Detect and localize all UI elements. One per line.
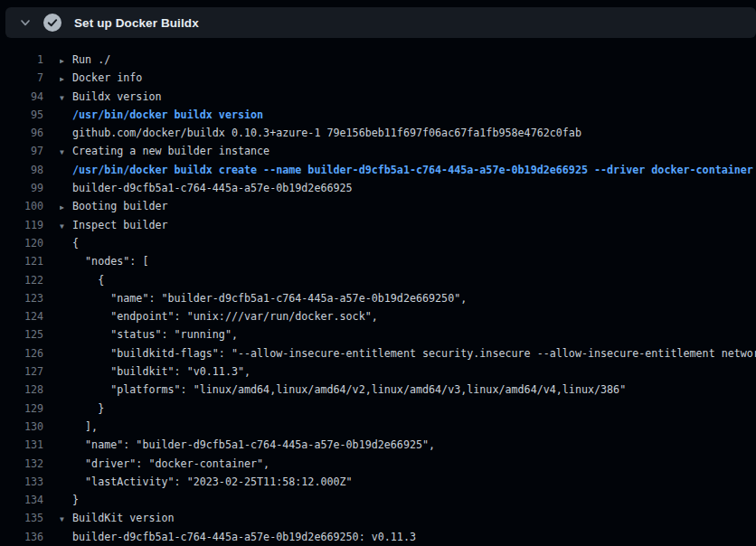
- log-output-text: "lastActivity": "2023-02-25T11:58:12.000…: [60, 473, 756, 491]
- log-output-text: builder-d9cfb5a1-c764-445a-a57e-0b19d2e6…: [60, 179, 756, 197]
- line-number[interactable]: 97: [0, 142, 43, 160]
- step-header[interactable]: Set up Docker Buildx: [5, 7, 756, 38]
- log-row: 135▼BuildKit version: [0, 509, 756, 527]
- log-command-text: /usr/bin/docker buildx create --name bui…: [60, 161, 756, 179]
- line-number[interactable]: 99: [0, 179, 43, 197]
- check-circle-icon: [43, 14, 61, 32]
- line-number[interactable]: 128: [0, 381, 43, 399]
- log-output-text: {: [60, 271, 756, 289]
- step-title: Set up Docker Buildx: [74, 16, 199, 30]
- log-group-title: BuildKit version: [72, 512, 175, 524]
- line-number[interactable]: 124: [0, 307, 43, 325]
- log-row: 133 "lastActivity": "2023-02-25T11:58:12…: [0, 473, 756, 491]
- triangle-right-icon[interactable]: ▶: [60, 52, 72, 71]
- log-output-text: "endpoint": "unix:///var/run/docker.sock…: [60, 307, 756, 325]
- log-group-title: Docker info: [72, 71, 142, 84]
- triangle-down-icon[interactable]: ▼: [60, 144, 72, 162]
- log-output-text: github.com/docker/buildx 0.10.3+azure-1 …: [60, 124, 756, 142]
- line-number[interactable]: 96: [0, 124, 43, 142]
- log-output-text: }: [60, 400, 756, 418]
- log-group-header[interactable]: ▶Run ./: [60, 51, 756, 71]
- log-row: 95/usr/bin/docker buildx version: [0, 106, 756, 124]
- log-group-title: Booting builder: [72, 200, 168, 212]
- line-number[interactable]: 123: [0, 289, 43, 307]
- triangle-down-icon[interactable]: ▼: [60, 218, 72, 236]
- log-row: 136builder-d9cfb5a1-c764-445a-a57e-0b19d…: [0, 528, 756, 546]
- log-group-title: Run ./: [72, 53, 110, 66]
- log-row: 119▼Inspect builder: [0, 216, 756, 234]
- log-row: 122 {: [0, 271, 756, 289]
- log-row: 124 "endpoint": "unix:///var/run/docker.…: [0, 307, 756, 325]
- line-number[interactable]: 120: [0, 234, 43, 252]
- log-output-text: "name": "builder-d9cfb5a1-c764-445a-a57e…: [60, 289, 756, 307]
- log-row: 134}: [0, 491, 756, 509]
- log-command-text: /usr/bin/docker buildx version: [60, 106, 756, 124]
- chevron-down-icon[interactable]: [18, 15, 33, 30]
- line-number[interactable]: 135: [0, 509, 43, 527]
- log-row: 131 "name": "builder-d9cfb5a1-c764-445a-…: [0, 436, 756, 454]
- log-group-title: Buildx version: [72, 90, 162, 103]
- line-number[interactable]: 130: [0, 418, 43, 436]
- log-row: 121 "nodes": [: [0, 252, 756, 270]
- log-row: 7▶Docker info: [0, 69, 756, 87]
- log-output-text: "buildkitd-flags": "--allow-insecure-ent…: [60, 344, 756, 362]
- log-row: 96github.com/docker/buildx 0.10.3+azure-…: [0, 124, 756, 142]
- line-number[interactable]: 119: [0, 216, 43, 234]
- triangle-right-icon[interactable]: ▶: [60, 199, 72, 217]
- log-output-text: ],: [60, 418, 756, 436]
- line-number[interactable]: 133: [0, 473, 43, 491]
- log-group-header[interactable]: ▼Buildx version: [60, 88, 756, 108]
- log-row: 1▶Run ./: [0, 51, 756, 69]
- line-number[interactable]: 98: [0, 161, 43, 179]
- line-number[interactable]: 134: [0, 491, 43, 509]
- line-number[interactable]: 100: [0, 197, 43, 215]
- log-row: 130 ],: [0, 418, 756, 436]
- log-row: 127 "buildkit": "v0.11.3",: [0, 362, 756, 381]
- log-row: 100▶Booting builder: [0, 197, 756, 215]
- log-row: 125 "status": "running",: [0, 325, 756, 344]
- line-number[interactable]: 125: [0, 325, 43, 344]
- log-group-header[interactable]: ▶Docker info: [60, 69, 756, 89]
- log-row: 120{: [0, 234, 756, 252]
- log-output-text: "status": "running",: [60, 325, 756, 344]
- log-group-header[interactable]: ▼Creating a new builder instance: [60, 142, 756, 162]
- log-row: 97▼Creating a new builder instance: [0, 142, 756, 160]
- log-row: 99builder-d9cfb5a1-c764-445a-a57e-0b19d2…: [0, 179, 756, 197]
- line-number[interactable]: 122: [0, 271, 43, 289]
- log-row: 132 "driver": "docker-container",: [0, 455, 756, 473]
- log-row: 128 "platforms": "linux/amd64,linux/amd6…: [0, 381, 756, 399]
- line-number[interactable]: 126: [0, 344, 43, 362]
- line-number[interactable]: 136: [0, 528, 43, 546]
- log-output-text: "platforms": "linux/amd64,linux/amd64/v2…: [60, 381, 756, 399]
- log-output-text: "name": "builder-d9cfb5a1-c764-445a-a57e…: [60, 436, 756, 454]
- log-row: 126 "buildkitd-flags": "--allow-insecure…: [0, 344, 756, 362]
- line-number[interactable]: 132: [0, 455, 43, 473]
- line-number[interactable]: 127: [0, 362, 43, 381]
- log-viewer: 1▶Run ./7▶Docker info94▼Buildx version95…: [0, 38, 756, 546]
- log-row: 129 }: [0, 400, 756, 418]
- log-row: 123 "name": "builder-d9cfb5a1-c764-445a-…: [0, 289, 756, 307]
- log-group-header[interactable]: ▼Inspect builder: [60, 216, 756, 236]
- log-output-text: "driver": "docker-container",: [60, 455, 756, 473]
- triangle-down-icon[interactable]: ▼: [60, 511, 72, 529]
- log-output-text: "nodes": [: [60, 252, 756, 270]
- log-group-header[interactable]: ▼BuildKit version: [60, 509, 756, 529]
- log-group-title: Inspect builder: [72, 219, 168, 231]
- triangle-right-icon[interactable]: ▶: [60, 71, 72, 89]
- line-number[interactable]: 129: [0, 400, 43, 418]
- log-output-text: builder-d9cfb5a1-c764-445a-a57e-0b19d2e6…: [60, 528, 756, 546]
- log-row: 98/usr/bin/docker buildx create --name b…: [0, 161, 756, 179]
- line-number[interactable]: 95: [0, 106, 43, 124]
- log-group-header[interactable]: ▶Booting builder: [60, 197, 756, 217]
- line-number[interactable]: 7: [0, 69, 43, 87]
- log-output-text: }: [60, 491, 756, 509]
- line-number[interactable]: 131: [0, 436, 43, 454]
- line-number[interactable]: 94: [0, 88, 43, 106]
- line-number[interactable]: 121: [0, 252, 43, 270]
- log-row: 94▼Buildx version: [0, 88, 756, 106]
- log-output-text: {: [60, 234, 756, 252]
- line-number[interactable]: 1: [0, 51, 43, 69]
- log-group-title: Creating a new builder instance: [72, 145, 269, 157]
- triangle-down-icon[interactable]: ▼: [60, 89, 72, 108]
- log-output-text: "buildkit": "v0.11.3",: [60, 362, 756, 381]
